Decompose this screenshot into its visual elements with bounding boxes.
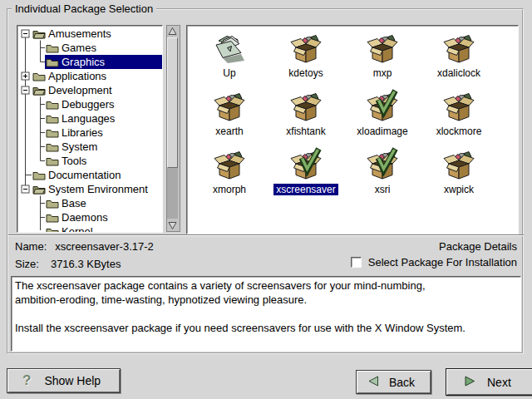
tree-item-label[interactable]: Base — [62, 197, 86, 209]
open-folder-icon — [32, 28, 46, 40]
category-tree[interactable]: AmusementsGamesGraphicsApplicationsDevel… — [17, 25, 163, 233]
select-package-label[interactable]: Select Package For Installation — [368, 256, 517, 268]
package-box-icon[interactable] — [442, 146, 475, 184]
tree-item-content[interactable]: Daemons — [45, 210, 162, 224]
package-box-icon[interactable] — [366, 30, 399, 67]
tree-item-label[interactable]: Amusements — [48, 27, 111, 40]
tree-item-games[interactable]: Games — [17, 41, 162, 55]
tree-item-content[interactable]: Amusements — [32, 27, 162, 41]
next-button[interactable]: Next — [446, 368, 532, 396]
tree-item-content[interactable]: Kernel — [45, 224, 162, 233]
tree-item-libraries[interactable]: Libraries — [17, 126, 162, 140]
package-label[interactable]: kdetoys — [286, 67, 325, 79]
package-xlockmore[interactable]: xlockmore — [421, 88, 497, 146]
tree-selection-highlight[interactable]: Graphics — [45, 55, 162, 69]
package-box-icon[interactable] — [289, 88, 323, 126]
package-xmorph[interactable]: xmorph — [191, 146, 268, 204]
tree-item-label[interactable]: System — [62, 140, 97, 153]
package-box-icon[interactable] — [289, 146, 323, 184]
tree-item-label[interactable]: Debuggers — [62, 98, 115, 111]
tree-item-documentation[interactable]: Documentation — [17, 168, 162, 182]
tree-item-label[interactable]: Games — [62, 42, 96, 54]
tree-item-label[interactable]: Kernel — [62, 225, 93, 233]
tree-item-graphics[interactable]: Graphics — [17, 55, 162, 69]
tree-item-amusements[interactable]: Amusements — [17, 27, 162, 41]
select-package-checkbox[interactable] — [351, 257, 362, 268]
tree-item-content[interactable]: Languages — [45, 111, 162, 126]
package-xsri[interactable]: xsri — [344, 146, 421, 204]
tree-item-content[interactable]: Documentation — [32, 168, 162, 182]
tree-item-daemons[interactable]: Daemons — [17, 210, 162, 224]
tree-scrollbar[interactable] — [166, 25, 180, 232]
package-box-icon[interactable] — [442, 30, 475, 67]
package-box-icon[interactable] — [289, 30, 323, 67]
tree-item-content[interactable]: System Environment — [32, 182, 162, 196]
tree-item-content[interactable]: System — [45, 140, 162, 154]
tree-item-system[interactable]: System — [17, 140, 162, 154]
scroll-down-icon[interactable] — [167, 220, 178, 231]
tree-item-debuggers[interactable]: Debuggers — [17, 97, 162, 111]
tree-item-content[interactable]: Development — [32, 83, 162, 97]
package-label[interactable]: xloadimage — [354, 126, 410, 137]
package-box-icon[interactable] — [213, 146, 246, 184]
name-label: Name: — [15, 240, 47, 253]
package-xdaliclock[interactable]: xdaliclock — [421, 30, 497, 88]
package-mxp[interactable]: mxp — [344, 30, 421, 88]
package-box-icon[interactable] — [442, 88, 475, 126]
tree-item-label[interactable]: Applications — [48, 70, 106, 82]
package-label[interactable]: xfishtank — [283, 126, 328, 137]
tree-item-label[interactable]: Libraries — [62, 126, 103, 139]
selected-check-icon — [367, 88, 401, 121]
tree-item-applications[interactable]: Applications — [17, 69, 162, 83]
show-help-button[interactable]: ? Show Help — [7, 368, 121, 393]
tree-rows: AmusementsGamesGraphicsApplicationsDevel… — [17, 27, 162, 233]
tree-item-base[interactable]: Base — [17, 196, 162, 210]
box-glyph — [366, 33, 399, 69]
next-arrow-icon — [463, 375, 476, 390]
tree-item-content[interactable]: Applications — [32, 69, 162, 83]
package-xscreensaver[interactable]: xscreensaver — [268, 146, 344, 204]
package-xwpick[interactable]: xwpick — [421, 146, 497, 204]
package-box-icon[interactable] — [366, 88, 399, 126]
package-label[interactable]: xsri — [372, 184, 393, 195]
package-label[interactable]: xdaliclock — [435, 67, 483, 79]
package-box-icon[interactable] — [213, 88, 246, 126]
tree-item-content[interactable]: Libraries — [45, 126, 162, 140]
up-folder-glyph — [213, 33, 246, 69]
tree-item-languages[interactable]: Languages — [17, 111, 162, 126]
package-label[interactable]: xlockmore — [434, 126, 485, 137]
tree-item-label[interactable]: System Environment — [48, 183, 148, 195]
tree-item-kernel[interactable]: Kernel — [17, 224, 162, 233]
tree-item-content[interactable]: Base — [45, 196, 162, 210]
tree-item-label[interactable]: Daemons — [62, 211, 108, 224]
package-xloadimage[interactable]: xloadimage — [344, 88, 421, 146]
package-xearth[interactable]: xearth — [191, 88, 268, 146]
package-kdetoys[interactable]: kdetoys — [268, 30, 344, 88]
up-folder-icon[interactable] — [213, 30, 246, 67]
package-label[interactable]: xscreensaver — [273, 184, 337, 195]
tree-item-content[interactable]: Games — [45, 41, 162, 55]
package-up[interactable]: Up — [191, 30, 268, 88]
tree-item-label[interactable]: Languages — [62, 112, 115, 125]
box-glyph — [289, 33, 323, 69]
tree-scrollbar-track[interactable] — [167, 168, 178, 219]
tree-item-tools[interactable]: Tools — [17, 154, 162, 168]
package-label[interactable]: Up — [220, 67, 238, 79]
package-box-icon[interactable] — [366, 146, 399, 184]
scroll-up-icon[interactable] — [167, 26, 178, 37]
package-label[interactable]: xwpick — [441, 184, 476, 195]
package-label[interactable]: mxp — [371, 67, 395, 79]
tree-item-label[interactable]: Tools — [62, 155, 86, 167]
tree-item-development[interactable]: Development — [17, 83, 162, 97]
package-label[interactable]: xmorph — [210, 184, 249, 195]
tree-item-label[interactable]: Development — [48, 84, 112, 96]
tree-item-label[interactable]: Documentation — [48, 169, 121, 181]
tree-scrollbar-thumb[interactable] — [167, 37, 178, 168]
tree-item-label[interactable]: Graphics — [62, 56, 105, 68]
tree-item-content[interactable]: Debuggers — [45, 97, 162, 111]
package-label[interactable]: xearth — [213, 126, 245, 137]
back-button[interactable]: Back — [356, 370, 431, 394]
package-xfishtank[interactable]: xfishtank — [268, 88, 344, 146]
tree-item-system-environment[interactable]: System Environment — [17, 182, 162, 196]
tree-item-content[interactable]: Tools — [45, 154, 162, 168]
